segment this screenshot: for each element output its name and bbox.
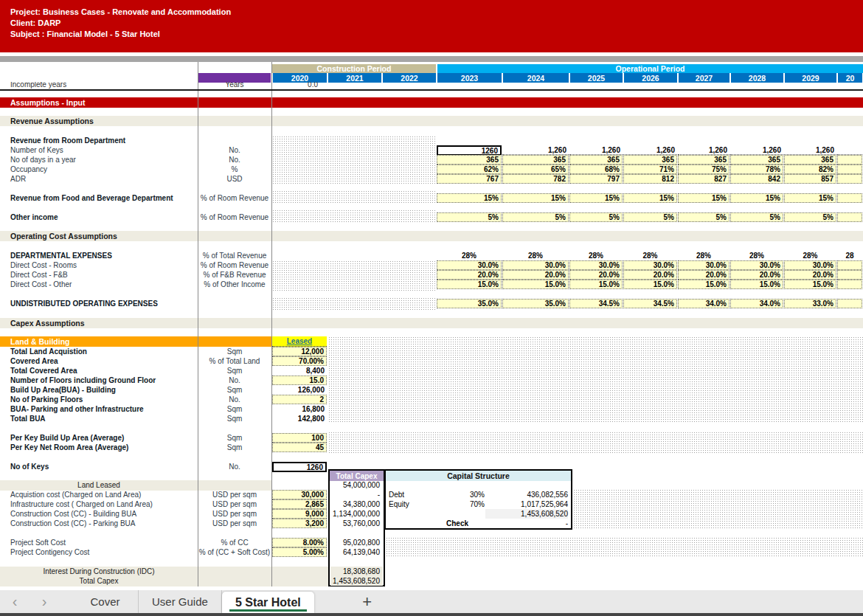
cell-direct-cost-other-2026[interactable]: 15.0% — [623, 280, 677, 289]
cell-undistributed-opex-20[interactable] — [837, 299, 862, 308]
cell-days-in-a-year-2029[interactable]: 365 — [784, 155, 836, 165]
cell-fnb-revenue-2024[interactable]: 15% — [502, 193, 569, 203]
cell-undistributed-opex-2023[interactable]: 35.0% — [437, 299, 502, 308]
cell-construction-cost-building-2020[interactable]: 9,000 — [272, 509, 327, 519]
tab-cover[interactable]: Cover — [72, 590, 139, 613]
cell-direct-cost-other-2028[interactable]: 15.0% — [730, 280, 783, 289]
cell-occupancy-20[interactable] — [837, 165, 862, 174]
cell-adr-20[interactable] — [837, 174, 862, 184]
cell-direct-cost-rooms-2028[interactable]: 30.0% — [730, 260, 783, 270]
cell-direct-cost-fnb-2027[interactable]: 20.0% — [678, 270, 729, 280]
cell-direct-cost-rooms-2025[interactable]: 30.0% — [569, 260, 623, 270]
cell-occupancy-2029[interactable]: 82% — [784, 165, 836, 174]
cell-construction-cost-parking-2020[interactable]: 3,200 — [272, 519, 327, 528]
cell-undistributed-opex-2027[interactable]: 34.0% — [678, 299, 729, 308]
cell-number-of-keys-2025[interactable]: 1,260 — [569, 145, 623, 155]
year-header-2024[interactable]: 2024 — [503, 73, 569, 83]
cell-days-in-a-year-20[interactable] — [837, 155, 862, 165]
cell-fnb-revenue-2028[interactable]: 15% — [730, 193, 783, 203]
cell-number-of-keys-2029[interactable]: 1,260 — [784, 145, 836, 155]
cell-occupancy-2025[interactable]: 68% — [569, 165, 623, 174]
cell-undistributed-opex-2024[interactable]: 35.0% — [502, 299, 569, 308]
cell-direct-cost-rooms-2023[interactable]: 30.0% — [437, 260, 502, 270]
cell-direct-cost-other-2029[interactable]: 15.0% — [784, 280, 836, 289]
year-header-20[interactable]: 20 — [838, 73, 862, 83]
cell-occupancy-2026[interactable]: 71% — [623, 165, 677, 174]
debt-percent[interactable]: 30% — [435, 490, 485, 499]
cell-total-land-acquistion-2020[interactable]: 12,000 — [272, 347, 327, 356]
cell-adr-2028[interactable]: 842 — [730, 174, 783, 184]
cell-other-income-2024[interactable]: 5% — [502, 212, 569, 222]
cell-fnb-revenue-2025[interactable]: 15% — [569, 193, 623, 203]
cell-adr-2024[interactable]: 782 — [502, 174, 569, 184]
year-header-2028[interactable]: 2028 — [731, 73, 783, 83]
cell-fnb-revenue-2026[interactable]: 15% — [623, 193, 677, 203]
cell-undistributed-opex-2028[interactable]: 34.0% — [730, 299, 783, 308]
year-header-2029[interactable]: 2029 — [785, 73, 836, 83]
cell-direct-cost-other-2027[interactable]: 15.0% — [678, 280, 729, 289]
leased-header-cell[interactable]: Leased — [272, 336, 327, 347]
cell-fnb-revenue-20[interactable] — [837, 193, 862, 203]
cell-direct-cost-fnb-2028[interactable]: 20.0% — [730, 270, 783, 280]
cell-fnb-revenue-2027[interactable]: 15% — [678, 193, 729, 203]
tabs-scroll-right-button[interactable]: › — [30, 590, 59, 613]
year-header-2022[interactable]: 2022 — [383, 73, 436, 83]
cell-direct-cost-other-2024[interactable]: 15.0% — [502, 280, 569, 289]
cell-other-income-2026[interactable]: 5% — [623, 212, 677, 222]
cell-direct-cost-other-20[interactable] — [837, 280, 862, 289]
tab-5-star-hotel[interactable]: 5 Star Hotel — [222, 592, 314, 613]
tab-user-guide[interactable]: User Guide — [139, 590, 222, 613]
cell-adr-2029[interactable]: 857 — [784, 174, 836, 184]
cell-fnb-revenue-2029[interactable]: 15% — [784, 193, 836, 203]
cell-direct-cost-fnb-2026[interactable]: 20.0% — [623, 270, 677, 280]
cell-project-soft-cost-2020[interactable]: 8.00% — [272, 538, 327, 547]
cell-other-income-20[interactable] — [837, 212, 862, 222]
cell-other-income-2025[interactable]: 5% — [569, 212, 623, 222]
cell-days-in-a-year-2027[interactable]: 365 — [678, 155, 729, 165]
cell-fnb-revenue-2023[interactable]: 15% — [437, 193, 502, 203]
cell-direct-cost-rooms-2027[interactable]: 30.0% — [678, 260, 729, 270]
cell-direct-cost-other-2025[interactable]: 15.0% — [569, 280, 623, 289]
cell-infrastructure-cost-2020[interactable]: 2,865 — [272, 499, 327, 509]
cell-other-income-2027[interactable]: 5% — [678, 212, 729, 222]
cell-days-in-a-year-2024[interactable]: 365 — [502, 155, 569, 165]
add-sheet-button[interactable]: + — [323, 590, 412, 613]
cell-direct-cost-fnb-2023[interactable]: 20.0% — [437, 270, 502, 280]
year-header-2021[interactable]: 2021 — [328, 73, 381, 83]
cell-adr-2027[interactable]: 827 — [678, 174, 729, 184]
cell-number-of-keys-2026[interactable]: 1,260 — [623, 145, 677, 155]
cell-occupancy-2027[interactable]: 75% — [678, 165, 729, 174]
cell-covered-area-2020[interactable]: 70.00% — [272, 356, 327, 366]
cell-direct-cost-fnb-20[interactable] — [837, 270, 862, 280]
year-header-2026[interactable]: 2026 — [624, 73, 677, 83]
cell-undistributed-opex-2029[interactable]: 33.0% — [784, 299, 836, 308]
cell-days-in-a-year-2023[interactable]: 365 — [437, 155, 502, 165]
tabs-scroll-left-button[interactable]: ‹ — [0, 590, 30, 613]
cell-direct-cost-rooms-2026[interactable]: 30.0% — [623, 260, 677, 270]
year-header-2023[interactable]: 2023 — [437, 73, 502, 83]
cell-undistributed-opex-2026[interactable]: 34.5% — [623, 299, 677, 308]
cell-floors-including-ground-2020[interactable]: 15.0 — [272, 376, 327, 385]
cell-occupancy-2024[interactable]: 65% — [502, 165, 569, 174]
cell-occupancy-2028[interactable]: 78% — [730, 165, 783, 174]
cell-undistributed-opex-2025[interactable]: 34.5% — [569, 299, 623, 308]
cell-direct-cost-fnb-2025[interactable]: 20.0% — [569, 270, 623, 280]
cell-days-in-a-year-2028[interactable]: 365 — [730, 155, 783, 165]
cell-number-of-keys-2028[interactable]: 1,260 — [730, 145, 783, 155]
cell-number-of-keys-2023[interactable]: 1260 — [437, 145, 502, 156]
cell-parking-floors-2020[interactable]: 2 — [272, 395, 327, 404]
cell-number-of-keys-2027[interactable]: 1,260 — [678, 145, 729, 155]
cell-adr-2025[interactable]: 797 — [569, 174, 623, 184]
year-header-2027[interactable]: 2027 — [679, 73, 729, 83]
cell-per-key-build-up-area-2020[interactable]: 100 — [272, 433, 327, 443]
year-header-2025[interactable]: 2025 — [570, 73, 623, 83]
cell-other-income-2028[interactable]: 5% — [730, 212, 783, 222]
cell-direct-cost-other-2023[interactable]: 15.0% — [437, 280, 502, 289]
cell-acquistion-cost-2020[interactable]: 30,000 — [272, 490, 327, 499]
cell-no-of-keys-2020[interactable]: 1260 — [272, 462, 327, 472]
cell-direct-cost-rooms-2029[interactable]: 30.0% — [784, 260, 836, 270]
cell-direct-cost-fnb-2029[interactable]: 20.0% — [784, 270, 836, 280]
cell-adr-2026[interactable]: 812 — [623, 174, 677, 184]
cell-adr-2023[interactable]: 767 — [437, 174, 502, 184]
cell-number-of-keys-20[interactable] — [837, 145, 862, 155]
